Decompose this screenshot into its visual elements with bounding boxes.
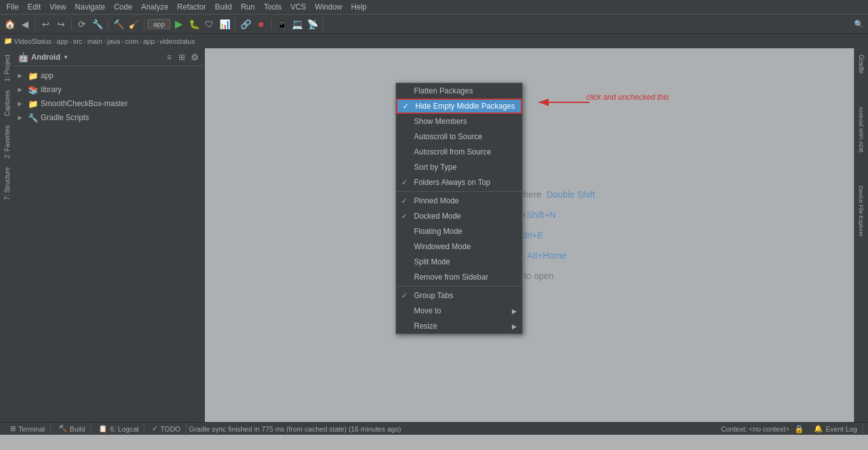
toolbar-avd-btn[interactable]: 💻 (290, 17, 304, 31)
breadcrumb-app2[interactable]: app (143, 38, 155, 45)
annotation: click and unchecked this (535, 86, 669, 102)
menu-flatten-packages[interactable]: Flatten Packages (396, 83, 522, 99)
toolbar-sync-btn[interactable]: ⟳ (75, 17, 89, 31)
menu-analyze[interactable]: Analyze (137, 1, 172, 13)
android-icon: 🤖 (18, 52, 29, 62)
toolbar-profile-btn[interactable]: 📊 (217, 17, 231, 31)
tree-item-smoothcheckbox[interactable]: ▶ 📁 SmoothCheckBox-master (14, 97, 204, 111)
menu-tools[interactable]: Tools (260, 1, 286, 13)
menu-resize[interactable]: Resize ▶ (396, 318, 522, 334)
menu-view[interactable]: View (46, 1, 70, 13)
menu-navigate[interactable]: Navigate (71, 1, 109, 13)
menu-code[interactable]: Code (110, 1, 136, 13)
breadcrumb-icon: 📁 (4, 37, 13, 45)
menu-label: Split Mode (414, 257, 450, 266)
toolbar-stop-btn[interactable]: ■ (254, 17, 268, 31)
menu-sort-by-type[interactable]: Sort by Type (396, 160, 522, 175)
menu-autoscroll-from-source[interactable]: Autoscroll from Source (396, 144, 522, 160)
sidebar-tab-project[interactable]: 1: Project (3, 51, 12, 85)
menu-hide-empty-middle[interactable]: ✓ Hide Empty Middle Packages (396, 99, 522, 114)
panel-dropdown-arrow[interactable]: ▼ (63, 54, 69, 60)
toolbar-coverage-btn[interactable]: 🛡 (202, 17, 216, 31)
build-icon: 🔨 (59, 425, 67, 433)
toolbar-attach-btn[interactable]: 🔗 (238, 17, 252, 31)
menu-show-members[interactable]: Show Members (396, 114, 522, 129)
toolbar-back-btn[interactable]: ◀ (18, 17, 32, 31)
arrow-icon: ▶ (18, 72, 25, 79)
menu-label: Move to (414, 306, 441, 315)
menu-help[interactable]: Help (347, 1, 371, 13)
status-tab-label: TODO (160, 425, 181, 433)
menu-vcs[interactable]: VCS (287, 1, 310, 13)
tree-label: app (41, 71, 53, 80)
check-icon: ✓ (401, 178, 410, 187)
toolbar-build-btn[interactable]: 🔨 (111, 17, 125, 31)
breadcrumb-videostatus2[interactable]: videostatus (160, 38, 195, 45)
toolbar-redo-btn[interactable]: ↪ (54, 17, 68, 31)
check-icon: ✓ (401, 212, 410, 221)
status-bar: ⊞ Terminal 🔨 Build 📋 6: Logcat ✓ TODO Gr… (0, 422, 868, 435)
toolbar-undo-btn[interactable]: ↩ (39, 17, 53, 31)
menu-pinned-mode[interactable]: ✓ Pinned Mode (396, 193, 522, 208)
menu-label: Folders Always on Top (414, 178, 490, 187)
menu-refactor[interactable]: Refactor (174, 1, 210, 13)
menu-label: Resize (414, 322, 437, 331)
toolbar-clean-btn[interactable]: 🧹 (127, 17, 141, 31)
status-tab-event-log[interactable]: 🔔 Event Log (809, 423, 863, 435)
toolbar-app-config[interactable]: app (148, 19, 170, 29)
status-tab-todo[interactable]: ✓ TODO (147, 423, 186, 435)
tree-item-library[interactable]: ▶ 📚 library (14, 83, 204, 97)
breadcrumb-main[interactable]: main (87, 38, 102, 45)
toolbar-sep-7 (322, 18, 323, 30)
toolbar-sdk-btn[interactable]: 📱 (275, 17, 289, 31)
breadcrumb-java[interactable]: java (107, 38, 120, 45)
toolbar-sep-2 (71, 18, 72, 30)
panel-actions: ≡ ⊞ ⚙ (163, 51, 200, 63)
tree-item-gradle[interactable]: ▶ 🔧 Gradle Scripts (14, 111, 204, 125)
menu-file[interactable]: File (3, 1, 22, 13)
right-tab-wifi[interactable]: Android WiFi ADB (857, 103, 865, 156)
toolbar-debug-btn[interactable]: 🐛 (187, 17, 201, 31)
toolbar-gradle-btn[interactable]: 🔧 (90, 17, 104, 31)
menu-run[interactable]: Run (237, 1, 259, 13)
menu-autoscroll-to-source[interactable]: Autoscroll to Source (396, 129, 522, 144)
check-icon: ✓ (401, 291, 410, 300)
menu-label: Group Tabs (414, 291, 453, 300)
hint-shortcut: Alt+Home (527, 250, 567, 261)
menu-move-to[interactable]: Move to ▶ (396, 303, 522, 318)
tree-item-app[interactable]: ▶ 📁 app (14, 69, 204, 83)
right-tab-gradle[interactable]: Gradle (857, 51, 866, 78)
breadcrumb-src[interactable]: src (73, 38, 83, 45)
status-tab-build[interactable]: 🔨 Build (53, 423, 91, 435)
breadcrumb-com[interactable]: com (125, 38, 139, 45)
check-icon: ✓ (401, 196, 410, 205)
toolbar-run-btn[interactable]: ▶ (172, 17, 186, 31)
status-tab-terminal[interactable]: ⊞ Terminal (5, 423, 51, 435)
menu-label: Floating Mode (414, 227, 462, 236)
arrow-icon: ▶ (18, 100, 25, 107)
sidebar-tab-structure[interactable]: 7: Structure (3, 163, 12, 204)
panel-settings-btn[interactable]: ⚙ (189, 51, 200, 63)
breadcrumb-app[interactable]: app (57, 38, 68, 45)
menu-split-mode[interactable]: Split Mode (396, 254, 522, 269)
breadcrumb-videostatus[interactable]: VideoStatus (14, 38, 52, 45)
menu-windowed-mode[interactable]: Windowed Mode (396, 239, 522, 254)
menu-folders-always-on-top[interactable]: ✓ Folders Always on Top (396, 175, 522, 190)
right-tab-device-explorer[interactable]: Device File Explorer (857, 182, 865, 241)
menu-window[interactable]: Window (311, 1, 346, 13)
menu-group-tabs[interactable]: ✓ Group Tabs (396, 288, 522, 303)
panel-expand-btn[interactable]: ⊞ (176, 51, 188, 63)
toolbar-wifi-btn[interactable]: 📡 (305, 17, 319, 31)
menu-build[interactable]: Build (211, 1, 236, 13)
toolbar-home-btn[interactable]: 🏠 (3, 17, 17, 31)
toolbar-search-btn[interactable]: 🔍 (851, 17, 865, 31)
panel-collapse-all[interactable]: ≡ (163, 51, 175, 63)
sidebar-tab-captures[interactable]: Captures (3, 86, 12, 120)
sidebar-tab-favorites[interactable]: 2: Favorites (3, 121, 12, 162)
menu-remove-sidebar[interactable]: Remove from Sidebar (396, 269, 522, 285)
menu-edit[interactable]: Edit (24, 1, 45, 13)
status-tab-label: Build (70, 425, 85, 433)
status-tab-logcat[interactable]: 📋 6: Logcat (93, 423, 144, 435)
menu-docked-mode[interactable]: ✓ Docked Mode (396, 208, 522, 224)
menu-floating-mode[interactable]: Floating Mode (396, 224, 522, 239)
